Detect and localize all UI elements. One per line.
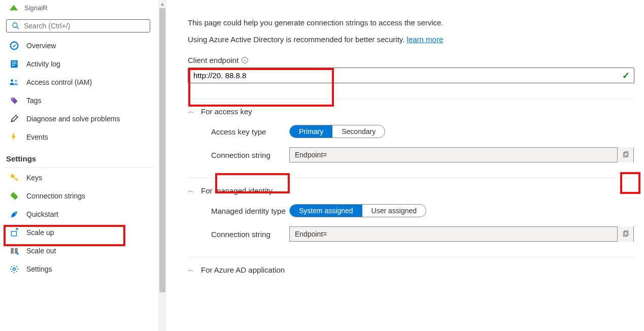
nav-label: Overview: [26, 42, 56, 50]
svg-point-2: [11, 42, 18, 50]
chevron-up-icon: ︿: [188, 266, 194, 274]
managed-identity-collapser[interactable]: ︿ For managed identity: [188, 186, 634, 195]
section-divider: [188, 98, 634, 99]
access-key-conn-field: Endpoint=: [289, 147, 634, 162]
quickstart-icon: [9, 209, 19, 219]
managed-type-row: Managed identity type System assigned Us…: [188, 204, 634, 217]
copy-icon: [622, 230, 629, 238]
nav-label: Quickstart: [26, 210, 58, 218]
nav-scale-up[interactable]: Scale up: [4, 223, 154, 242]
tags-icon: [9, 95, 19, 106]
nav-connection-strings[interactable]: Connection strings: [4, 187, 154, 205]
client-endpoint-input[interactable]: [192, 69, 622, 82]
system-assigned-pill[interactable]: System assigned: [290, 205, 362, 217]
client-endpoint-label: Client endpoint: [188, 56, 239, 64]
scroll-up-arrow[interactable]: ▲: [158, 0, 166, 8]
nav-scale-out[interactable]: Scale out: [4, 242, 154, 260]
access-key-conn-row: Connection string Endpoint=: [188, 147, 634, 162]
nav-quickstart[interactable]: Quickstart: [4, 205, 154, 223]
resource-brand: SignalR: [4, 0, 154, 18]
svg-point-8: [15, 80, 17, 82]
section-divider: [188, 257, 634, 257]
intro-text: This page could help you generate connec…: [188, 18, 634, 27]
divider: [4, 167, 154, 168]
svg-rect-5: [12, 63, 17, 64]
managed-conn-value: Endpoint=: [290, 230, 617, 238]
nav-activity-log[interactable]: Activity log: [4, 55, 154, 73]
nav-access-control[interactable]: Access control (IAM): [4, 73, 154, 91]
svg-point-0: [13, 23, 17, 27]
conn-string-label: Connection string: [188, 151, 289, 159]
svg-line-1: [17, 27, 19, 29]
access-control-icon: [9, 77, 19, 87]
client-endpoint-label-row: Client endpoint i: [188, 56, 634, 64]
diagnose-icon: [9, 114, 19, 124]
managed-type-label: Managed identity type: [188, 207, 289, 215]
svg-point-17: [13, 268, 16, 271]
primary-pill[interactable]: Primary: [290, 125, 332, 138]
search-icon: [12, 22, 20, 30]
nav-keys[interactable]: Keys: [4, 169, 154, 187]
svg-rect-12: [10, 192, 18, 200]
aad-app-header: For Azure AD application: [201, 266, 285, 274]
nav-overview[interactable]: Overview: [4, 37, 154, 55]
nav-label: Settings: [26, 265, 52, 273]
nav-label: Keys: [26, 174, 42, 182]
section-divider: [188, 178, 634, 178]
managed-conn-row: Connection string Endpoint=: [188, 226, 634, 242]
client-endpoint-input-wrap[interactable]: ✓: [188, 68, 634, 83]
nav-label: Scale up: [26, 228, 54, 237]
svg-rect-15: [11, 248, 14, 253]
svg-rect-6: [12, 65, 15, 65]
valid-check-icon: ✓: [622, 70, 630, 81]
access-key-conn-value: Endpoint=: [290, 151, 617, 159]
sidebar: SignalR Overview Activity log Access con…: [0, 0, 158, 331]
svg-point-9: [12, 98, 13, 100]
access-key-header: For access key: [201, 107, 252, 116]
managed-type-toggle[interactable]: System assigned User assigned: [289, 204, 426, 217]
events-icon: [9, 132, 19, 142]
nav-events[interactable]: Events: [4, 128, 154, 146]
copy-managed-conn-button[interactable]: [617, 226, 633, 242]
managed-conn-field: Endpoint=: [289, 226, 634, 242]
svg-rect-4: [12, 62, 17, 62]
nav-label: Connection strings: [26, 192, 85, 200]
chevron-up-icon: ︿: [188, 186, 194, 195]
nav-label: Tags: [26, 96, 42, 105]
key-icon: [9, 173, 19, 183]
secondary-pill[interactable]: Secondary: [332, 125, 385, 138]
nav-tags[interactable]: Tags: [4, 91, 154, 110]
nav-label: Access control (IAM): [26, 78, 92, 86]
intro-aad-text: Using Azure Active Directory is recommen…: [188, 35, 634, 44]
signalr-icon: [8, 2, 19, 13]
nav-label: Scale out: [26, 247, 56, 255]
scroll-thumb[interactable]: [159, 8, 165, 292]
svg-point-13: [15, 213, 16, 214]
scrollbar[interactable]: ▲: [158, 0, 166, 331]
intro-aad-pre: Using Azure Active Directory is recommen…: [188, 35, 407, 44]
conn-string-label: Connection string: [188, 230, 289, 239]
nav-label: Diagnose and solve problems: [26, 115, 120, 123]
nav-settings[interactable]: Settings: [4, 260, 154, 278]
svg-rect-14: [11, 231, 16, 236]
activity-log-icon: [9, 59, 19, 69]
nav-label: Activity log: [26, 60, 60, 68]
nav-diagnose[interactable]: Diagnose and solve problems: [4, 110, 154, 128]
copy-access-key-conn-button[interactable]: [617, 147, 633, 162]
svg-point-7: [11, 79, 13, 82]
aad-app-collapser[interactable]: ︿ For Azure AD application: [188, 266, 634, 274]
info-icon[interactable]: i: [242, 57, 248, 63]
sidebar-search[interactable]: [6, 19, 150, 32]
chevron-up-icon: ︿: [188, 107, 194, 116]
access-key-type-toggle[interactable]: Primary Secondary: [289, 125, 385, 138]
settings-gear-icon: [9, 264, 19, 274]
scale-up-icon: [9, 227, 19, 238]
search-input[interactable]: [24, 22, 145, 30]
user-assigned-pill[interactable]: User assigned: [362, 205, 426, 217]
resource-type-label: SignalR: [24, 4, 48, 12]
connection-strings-icon: [9, 191, 19, 201]
settings-section-header: Settings: [4, 146, 154, 166]
access-key-collapser[interactable]: ︿ For access key: [188, 107, 634, 116]
learn-more-link[interactable]: learn more: [407, 35, 444, 44]
overview-icon: [9, 41, 19, 51]
